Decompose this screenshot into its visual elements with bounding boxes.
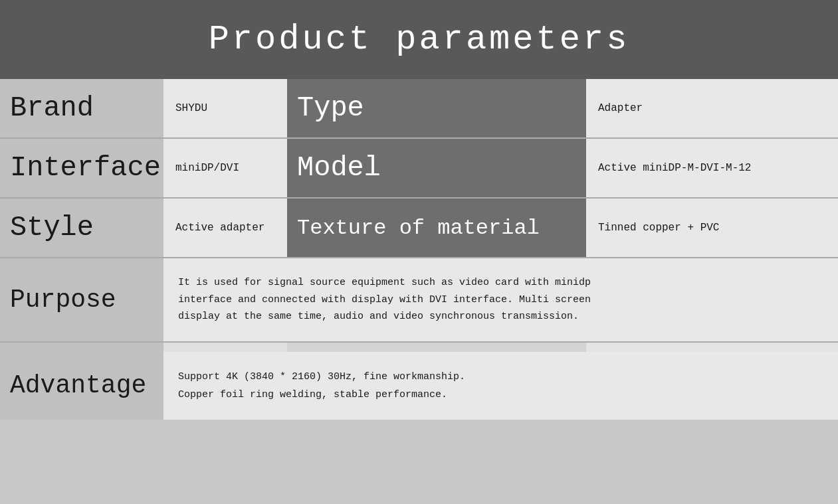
product-table: Brand SHYDU Type Adapter Interface miniD… (0, 79, 838, 420)
divider-left (0, 343, 163, 352)
divider-right (586, 343, 838, 352)
purpose-text: It is used for signal source equipment s… (178, 274, 591, 325)
model-label: Model (287, 139, 586, 197)
texture-value: Tinned copper + PVC (586, 199, 838, 257)
interface-label: Interface (0, 139, 163, 197)
model-value: Active miniDP-M-DVI-M-12 (586, 139, 838, 197)
table-row: Advantage Support 4K (3840 * 2160) 30Hz,… (0, 352, 838, 420)
brand-label: Brand (0, 79, 163, 137)
table-row: Style Active adapter Texture of material… (0, 199, 838, 258)
type-label: Type (287, 79, 586, 137)
interface-value: miniDP/DVI (163, 139, 287, 197)
divider-mid1 (163, 343, 287, 352)
advantage-value: Support 4K (3840 * 2160) 30Hz, fine work… (163, 352, 838, 420)
style-label: Style (0, 199, 163, 257)
advantage-text: Support 4K (3840 * 2160) 30Hz, fine work… (178, 368, 465, 404)
page-title-bar: Product parameters (0, 0, 838, 79)
table-row: Interface miniDP/DVI Model Active miniDP… (0, 139, 838, 199)
purpose-label: Purpose (0, 258, 163, 341)
divider-mid2 (287, 343, 586, 352)
table-row: Brand SHYDU Type Adapter (0, 79, 838, 139)
divider-row (0, 343, 838, 352)
brand-value: SHYDU (163, 79, 287, 137)
style-value: Active adapter (163, 199, 287, 257)
advantage-label: Advantage (0, 352, 163, 420)
table-row: Purpose It is used for signal source equ… (0, 258, 838, 343)
page-title: Product parameters (0, 20, 838, 59)
texture-label: Texture of material (287, 199, 586, 257)
purpose-value: It is used for signal source equipment s… (163, 258, 838, 341)
type-value: Adapter (586, 79, 838, 137)
